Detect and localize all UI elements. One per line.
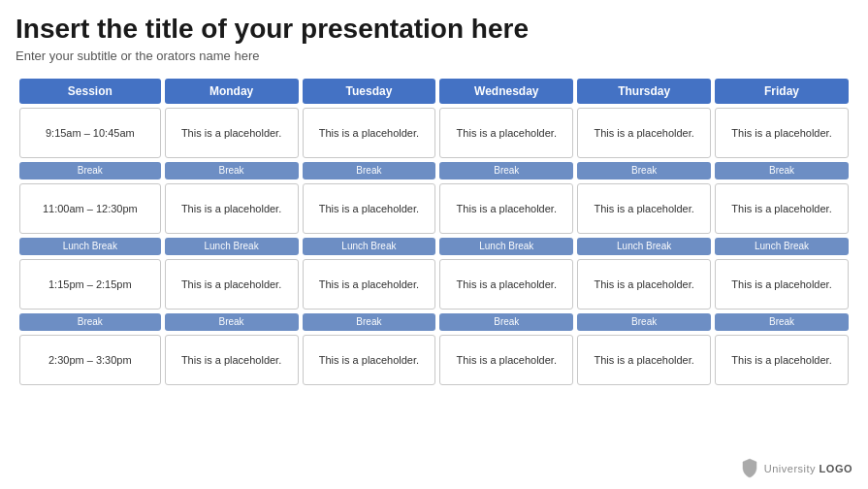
table-body: 9:15am – 10:45amThis is a placeholder.Th…: [19, 108, 849, 385]
placeholder-cell: This is a placeholder.: [577, 335, 711, 385]
placeholder-cell: This is a placeholder.: [439, 335, 573, 385]
placeholder-cell: This is a placeholder.: [715, 183, 849, 234]
break-session-cell: Break: [19, 162, 161, 179]
placeholder-cell: This is a placeholder.: [165, 259, 299, 310]
break-cell-2: Break: [439, 313, 573, 331]
col-header-wednesday: Wednesday: [439, 79, 573, 104]
placeholder-cell: This is a placeholder.: [577, 259, 711, 310]
break-cell-1: Break: [303, 313, 436, 331]
col-header-thursday: Thursday: [577, 79, 711, 104]
placeholder-cell: This is a placeholder.: [439, 183, 573, 234]
time-cell: 9:15am – 10:45am: [19, 108, 161, 158]
break-cell-1: Break: [303, 162, 436, 179]
break-session-cell: Break: [19, 313, 161, 331]
placeholder-cell: This is a placeholder.: [715, 259, 849, 310]
col-header-friday: Friday: [715, 79, 849, 104]
placeholder-cell: This is a placeholder.: [303, 183, 436, 234]
break-cell-0: Lunch Break: [165, 238, 299, 255]
placeholder-cell: This is a placeholder.: [577, 108, 711, 158]
table-row: 9:15am – 10:45amThis is a placeholder.Th…: [19, 108, 849, 158]
placeholder-cell: This is a placeholder.: [715, 108, 849, 158]
table-row: BreakBreakBreakBreakBreakBreak: [19, 313, 849, 331]
placeholder-cell: This is a placeholder.: [165, 108, 299, 158]
break-cell-3: Lunch Break: [577, 238, 711, 255]
break-cell-4: Break: [715, 162, 849, 179]
break-cell-0: Break: [165, 162, 299, 179]
col-header-tuesday: Tuesday: [303, 79, 436, 104]
placeholder-cell: This is a placeholder.: [715, 335, 849, 385]
break-cell-2: Lunch Break: [439, 238, 573, 255]
break-cell-2: Break: [439, 162, 573, 179]
table-row: Lunch BreakLunch BreakLunch BreakLunch B…: [19, 238, 849, 255]
table-row: BreakBreakBreakBreakBreakBreak: [19, 162, 849, 179]
time-cell: 11:00am – 12:30pm: [19, 183, 161, 234]
placeholder-cell: This is a placeholder.: [303, 108, 436, 158]
placeholder-cell: This is a placeholder.: [165, 335, 299, 385]
placeholder-cell: This is a placeholder.: [439, 108, 573, 158]
presentation-subtitle: Enter your subtitle or the orators name …: [16, 49, 852, 63]
presentation-title: Insert the title of your presentation he…: [16, 14, 852, 45]
break-cell-3: Break: [577, 313, 711, 331]
break-session-cell: Lunch Break: [19, 238, 161, 255]
placeholder-cell: This is a placeholder.: [577, 183, 711, 234]
break-cell-1: Lunch Break: [303, 238, 436, 255]
col-header-session: Session: [19, 79, 161, 104]
time-cell: 1:15pm – 2:15pm: [19, 259, 161, 310]
break-cell-3: Break: [577, 162, 711, 179]
placeholder-cell: This is a placeholder.: [303, 335, 436, 385]
table-row: 2:30pm – 3:30pmThis is a placeholder.Thi…: [19, 335, 849, 385]
break-cell-4: Break: [715, 313, 849, 331]
time-cell: 2:30pm – 3:30pm: [19, 335, 161, 385]
placeholder-cell: This is a placeholder.: [165, 183, 299, 234]
placeholder-cell: This is a placeholder.: [439, 259, 573, 310]
table-row: 11:00am – 12:30pmThis is a placeholder.T…: [19, 183, 849, 234]
placeholder-cell: This is a placeholder.: [303, 259, 436, 310]
break-cell-0: Break: [165, 313, 299, 331]
logo-area: University LOGO: [741, 458, 852, 479]
col-header-monday: Monday: [165, 79, 299, 104]
logo-text: University LOGO: [764, 463, 852, 474]
table-header-row: SessionMondayTuesdayWednesdayThursdayFri…: [19, 79, 849, 104]
break-cell-4: Lunch Break: [715, 238, 849, 255]
schedule-table: SessionMondayTuesdayWednesdayThursdayFri…: [16, 75, 852, 389]
table-row: 1:15pm – 2:15pmThis is a placeholder.Thi…: [19, 259, 849, 310]
logo-shield-icon: [741, 458, 758, 479]
